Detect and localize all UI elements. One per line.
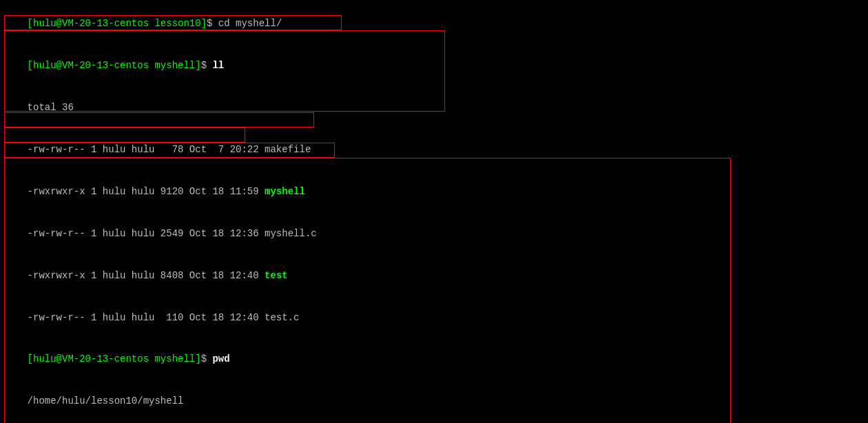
file-test: -rwxrwxr-x 1 hulu hulu 8408 Oct 18 12:40… (4, 254, 864, 296)
pwd-result-line: /home/hulu/lesson10/myshell (4, 380, 864, 422)
ll-cmd-line: [hulu@VM-20-13-centos myshell]$ ll (4, 45, 864, 87)
file-myshell: -rwxrwxr-x 1 hulu hulu 9120 Oct 18 11:59… (4, 171, 864, 213)
prompt-ll: [hulu@VM-20-13-centos myshell] (28, 60, 201, 71)
file-makefile: -rw-rw-r-- 1 hulu hulu 78 Oct 7 20:22 ma… (4, 129, 864, 171)
prompt-pwd: [hulu@VM-20-13-centos myshell] (28, 353, 201, 364)
total-line: total 36 (4, 87, 864, 129)
nav-line: [hulu@VM-20-13-centos lesson10]$ cd mysh… (4, 3, 864, 45)
terminal: [hulu@VM-20-13-centos lesson10]$ cd mysh… (4, 3, 864, 420)
file-myshell-c: -rw-rw-r-- 1 hulu hulu 2549 Oct 18 12:36… (4, 212, 864, 254)
pwd-cmd-line: [hulu@VM-20-13-centos myshell]$ pwd (4, 338, 864, 380)
prompt-user: [hulu@VM-20-13-centos lesson10] (28, 18, 207, 29)
file-test-c: -rw-rw-r-- 1 hulu hulu 110 Oct 18 12:40 … (4, 296, 864, 338)
